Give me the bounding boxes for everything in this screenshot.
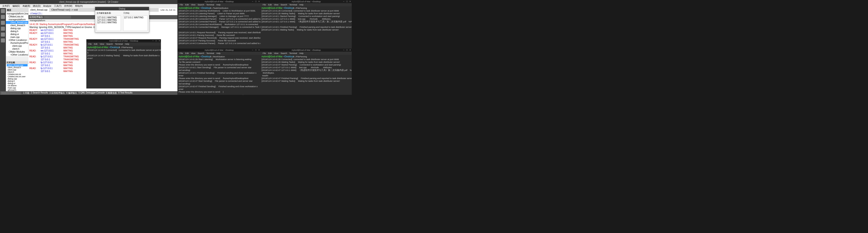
status-pane-button[interactable]: 8 Test Results (118, 92, 132, 95)
locator-input[interactable] (1, 92, 21, 95)
terminal-body[interactable]: mylord@God-of-War:~/Desktop$ ./WorkStati… (178, 55, 260, 94)
tree-item[interactable]: <Other Locations> (6, 53, 28, 56)
welcome-icon[interactable] (1, 9, 5, 13)
tree-item[interactable]: client.h (6, 47, 28, 51)
term-menu-item[interactable]: View (190, 3, 196, 6)
debug-icon[interactable] (1, 27, 5, 31)
term-menu-item[interactable]: Help (215, 3, 222, 6)
status-pane-button[interactable]: 2 Search Results (31, 92, 48, 95)
terminal-body[interactable]: mylord@God-of-War:~/Desktop$ ./TaskDistr… (178, 6, 260, 45)
tree-item[interactable]: /home/mylord/Prog (6, 41, 28, 44)
close-icon[interactable]: × (258, 48, 260, 52)
filter-input[interactable] (44, 16, 71, 19)
menu-item[interactable]: 控件(W) (63, 4, 74, 8)
dialog-window[interactable]: Dialog 文件解析服务器: 127.0.0.1 WAITING127.0.0… (95, 7, 149, 33)
term-menu-item[interactable]: View (273, 3, 279, 6)
open-file-item[interactable]: client_thread.cpp (7, 64, 28, 66)
term-menu-item[interactable]: Edit (267, 52, 273, 55)
list-item[interactable]: 127.0.0.1 WAITING (97, 16, 120, 19)
open-file-item[interactable]: CMakeLists.txt (7, 73, 28, 75)
minimize-icon[interactable]: − (343, 48, 345, 52)
terminal-body[interactable]: mylord@God-of-War:~/Desktop$ ./FileParsi… (260, 6, 352, 32)
list-item[interactable]: 127.0.0.1 WAITING (124, 16, 147, 19)
open-file-item[interactable]: client_thread.h (7, 66, 28, 69)
parser-server-list[interactable]: 127.0.0.1 WAITING127.0.0.1 WAITING127.0.… (96, 15, 121, 31)
tree-item[interactable]: managerplatform [master (6, 12, 28, 15)
list-item[interactable]: 127.0.0.1 WAITING (97, 21, 120, 24)
tree-item[interactable]: main.cpp (6, 36, 28, 39)
tree-item[interactable]: client.cpp (6, 44, 28, 47)
menu-item[interactable]: Analyze (42, 4, 53, 8)
status-pane-button[interactable]: 4 编译输出 (66, 92, 77, 95)
term-menu-item[interactable]: Help (298, 3, 305, 6)
terminal-taskdistribution[interactable]: mylord@God-of-War: ~/Desktop−□×FileEditV… (178, 0, 260, 48)
list-item[interactable]: 127.0.0.1 WAITING (97, 19, 120, 21)
term-menu-item[interactable]: Terminal (114, 42, 124, 45)
term-menu-item[interactable]: Terminal (205, 52, 215, 55)
tree-item[interactable]: CMakeLists.txt (6, 15, 28, 18)
menu-item[interactable]: 帮助(H) (74, 4, 84, 8)
help-icon[interactable] (1, 38, 5, 42)
open-file-item[interactable]: qthread.h (7, 89, 28, 91)
term-menu-item[interactable]: Edit (184, 3, 190, 6)
minimize-icon[interactable]: − (252, 0, 254, 3)
editor-tab[interactable]: client_thread.cpp (29, 8, 50, 12)
menu-item[interactable]: 文件(F) (1, 4, 11, 8)
breadcrumb[interactable]: ClientThread::run() -> void (50, 8, 80, 12)
term-menu-item[interactable]: Help (298, 52, 305, 55)
terminal-workstation[interactable]: mylord@God-of-War: ~/Desktop−□×FileEditV… (178, 48, 260, 95)
tree-item[interactable]: managerplatform (6, 18, 28, 21)
minimize-icon[interactable]: − (343, 0, 345, 3)
term-menu-item[interactable]: Terminal (205, 3, 215, 6)
terminal-fileparsing-2[interactable]: mylord@God-of-War: ~/Desktop−□×FileEditV… (260, 0, 352, 48)
terminal-fileparsing-1[interactable]: mylord@God-of-War: ~/Desktop−□×FileEditV… (86, 39, 161, 89)
term-menu-item[interactable]: Edit (93, 42, 99, 45)
term-menu-item[interactable]: Search (196, 52, 205, 55)
maximize-icon[interactable]: □ (155, 39, 157, 42)
maximize-icon[interactable]: □ (346, 0, 348, 3)
open-file-item[interactable]: dialog.h (7, 80, 28, 82)
terminal-fileparsing-3[interactable]: mylord@God-of-War: ~/Desktop−□×FileEditV… (260, 48, 352, 95)
projects-icon[interactable] (1, 33, 5, 37)
open-file-item[interactable]: client.cpp (7, 69, 28, 71)
menu-item[interactable]: 工具(T) (53, 4, 63, 8)
close-icon[interactable]: × (258, 0, 260, 3)
term-menu-item[interactable]: Help (124, 42, 130, 45)
term-menu-item[interactable]: Edit (184, 52, 190, 55)
term-menu-item[interactable]: View (98, 42, 105, 45)
term-menu-item[interactable]: File (261, 3, 267, 6)
status-pane-button[interactable]: 3 应用程序输出 (50, 92, 65, 95)
term-menu-item[interactable]: Terminal (288, 3, 298, 6)
term-menu-item[interactable]: Search (196, 3, 205, 6)
open-file-item[interactable]: CMakeLists.txt.user (7, 75, 28, 78)
design-icon[interactable] (1, 21, 5, 25)
tree-item[interactable]: dialog.ui (6, 33, 28, 36)
term-menu-item[interactable]: File (179, 52, 184, 55)
term-menu-item[interactable]: Search (105, 42, 114, 45)
open-file-item[interactable]: Git Blame (7, 85, 28, 87)
status-pane-button[interactable]: 6 概要信息 (106, 92, 117, 95)
terminal-body[interactable]: mylord@God-of-War:~/Desktop$ ./FileParsi… (86, 45, 161, 60)
maximize-icon[interactable]: □ (255, 48, 257, 52)
minimize-icon[interactable]: − (152, 39, 154, 42)
open-file-item[interactable]: client.h (7, 71, 28, 73)
tree-item[interactable]: dialog.cpp (6, 27, 28, 30)
term-menu-item[interactable]: View (190, 52, 196, 55)
maximize-icon[interactable]: □ (255, 0, 257, 3)
term-menu-item[interactable]: Search (279, 52, 288, 55)
output-tab-label[interactable]: 应用程序输出 (29, 15, 43, 19)
term-menu-item[interactable]: Edit (267, 3, 273, 6)
close-icon[interactable]: × (158, 39, 160, 42)
close-icon[interactable]: × (349, 48, 351, 52)
terminal-body[interactable]: mylord@God-of-War:~/Desktop$ ./FileParsi… (260, 55, 352, 83)
open-file-item[interactable]: dialog.ui (7, 82, 28, 85)
term-menu-item[interactable]: View (273, 52, 279, 55)
tree-item[interactable]: client_thread.h (6, 24, 28, 27)
menu-item[interactable]: 编辑(E) (11, 4, 21, 8)
tree-item[interactable]: CMake Modules (6, 51, 28, 53)
close-icon[interactable]: × (349, 0, 351, 3)
menu-item[interactable]: 构建(B) (21, 4, 31, 8)
edit-icon[interactable] (1, 15, 5, 19)
maximize-icon[interactable]: □ (346, 48, 348, 52)
term-menu-item[interactable]: File (261, 52, 267, 55)
